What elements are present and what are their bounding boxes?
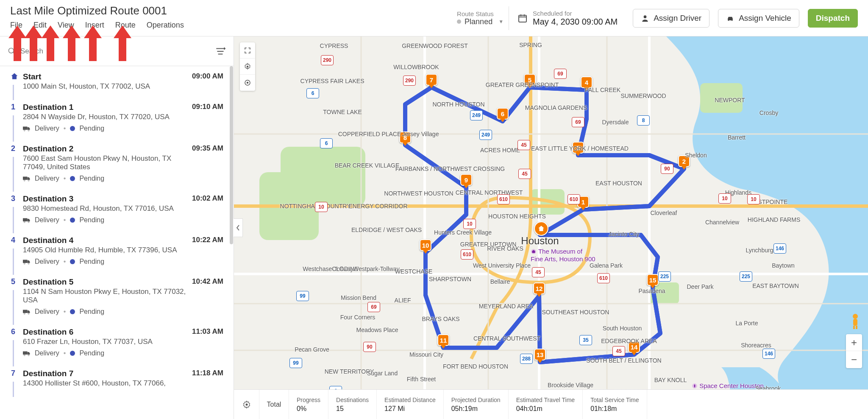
marker-9[interactable]: 9 xyxy=(460,174,472,187)
stops-list[interactable]: Start1000 Main St, Houston, TX 77002, US… xyxy=(0,66,234,419)
sort-icon[interactable] xyxy=(215,46,226,57)
stop-address: 14905 Old Humble Rd, Humble, TX 77396, U… xyxy=(23,246,192,254)
annotation-arrow-4 xyxy=(84,25,102,61)
marker-4[interactable]: 4 xyxy=(581,76,593,90)
stop-item[interactable]: Start1000 Main St, Houston, TX 77002, US… xyxy=(0,66,234,97)
marker-12[interactable]: 12 xyxy=(533,282,545,296)
stats-settings-button[interactable] xyxy=(234,390,259,419)
stat-value: 04h:01m xyxy=(516,405,575,413)
stop-index: 6 xyxy=(11,327,15,336)
stop-item[interactable]: 2Destination 27600 East Sam Houston Pkwy… xyxy=(0,138,234,188)
map-location-button[interactable] xyxy=(240,75,255,91)
marker-label: 15 xyxy=(647,274,659,286)
marker-2[interactable]: 2 xyxy=(678,155,690,169)
marker-13[interactable]: 13 xyxy=(534,349,546,362)
stop-item[interactable]: 6Destination 6610 Frazer Ln, Houston, TX… xyxy=(0,321,234,363)
zoom-in-button[interactable]: + xyxy=(846,334,862,351)
marker-14[interactable]: 14 xyxy=(628,341,640,355)
annotation-arrow-0 xyxy=(8,25,26,61)
stop-type: Delivery xyxy=(35,175,59,182)
stop-title: Destination 1 xyxy=(23,103,192,112)
svg-point-1 xyxy=(644,15,647,18)
status-dot-icon xyxy=(70,218,75,223)
svg-point-9 xyxy=(24,180,25,181)
stat-label: Projected Duration xyxy=(451,397,501,403)
marker-label: 8 xyxy=(399,131,411,143)
marker-home[interactable] xyxy=(534,221,546,235)
svg-rect-17 xyxy=(23,310,28,313)
menu-operations[interactable]: Operations xyxy=(147,21,184,30)
stop-address: 1104 N Sam Houston Pkwy E, Houston, TX 7… xyxy=(23,288,192,304)
stop-status: Pending xyxy=(79,175,104,182)
marker-6[interactable]: 6 xyxy=(497,108,509,121)
dispatch-button[interactable]: Dispatch xyxy=(808,9,858,28)
chevron-down-icon: ▼ xyxy=(498,19,504,25)
marker-15[interactable]: 15 xyxy=(647,274,659,288)
sidebar: Start1000 Main St, Houston, TX 77002, US… xyxy=(0,36,234,419)
timeline-line xyxy=(13,382,14,397)
stat-value: 15 xyxy=(336,405,369,413)
svg-point-6 xyxy=(24,130,25,131)
scheduled-block[interactable]: Scheduled for May 4, 2030 09:00 AM xyxy=(517,10,624,27)
marker-3[interactable]: 3 xyxy=(572,142,584,155)
svg-point-18 xyxy=(24,313,25,314)
svg-rect-36 xyxy=(853,326,855,329)
svg-point-31 xyxy=(247,65,249,67)
stop-address: 9830 Homestead Rd, Houston, TX 77016, US… xyxy=(23,204,192,213)
stop-item[interactable]: 3Destination 39830 Homestead Rd, Houston… xyxy=(0,188,234,230)
sidebar-collapse-button[interactable] xyxy=(234,218,243,237)
fullscreen-button[interactable] xyxy=(240,42,255,59)
map[interactable]: Houston The Museum of Fine Arts, Houston… xyxy=(234,36,868,419)
svg-rect-14 xyxy=(23,260,28,263)
stop-index: 3 xyxy=(11,194,15,203)
chevron-left-icon xyxy=(236,224,240,231)
map-background xyxy=(234,36,868,419)
marker-label: 7 xyxy=(426,74,437,86)
stop-title: Destination 4 xyxy=(23,236,192,245)
status-dot-icon xyxy=(70,259,75,264)
truck-icon xyxy=(23,176,31,182)
stop-type: Delivery xyxy=(35,258,59,265)
assign-driver-button[interactable]: Assign Driver xyxy=(633,9,709,28)
calendar-icon xyxy=(517,13,528,23)
marker-7[interactable]: 7 xyxy=(426,74,437,87)
svg-point-16 xyxy=(28,263,29,264)
stop-item[interactable]: 4Destination 414905 Old Humble Rd, Humbl… xyxy=(0,230,234,271)
zoom-controls: + − xyxy=(846,334,862,368)
stop-status: Pending xyxy=(79,125,104,132)
marker-label: 1 xyxy=(577,196,589,208)
stop-time: 11:18 AM xyxy=(192,369,226,377)
marker-8[interactable]: 8 xyxy=(399,131,411,145)
stop-item[interactable]: 5Destination 51104 N Sam Houston Pkwy E,… xyxy=(0,271,234,321)
svg-point-15 xyxy=(24,263,25,264)
pegman-icon[interactable] xyxy=(848,313,863,330)
zoom-out-button[interactable]: − xyxy=(846,351,862,368)
route-status-block[interactable]: Route Status Planned ▼ xyxy=(457,6,509,30)
stop-meta: Delivery•Pending xyxy=(23,125,226,132)
marker-label: 11 xyxy=(437,334,449,346)
stop-item[interactable]: 7Destination 714300 Hollister St #600, H… xyxy=(0,363,234,394)
marker-5[interactable]: 5 xyxy=(524,74,536,87)
truck-icon xyxy=(23,259,31,265)
stop-meta: Delivery•Pending xyxy=(23,308,226,316)
dispatch-label: Dispatch xyxy=(816,14,850,23)
marker-label: 4 xyxy=(581,76,593,88)
stop-type: Delivery xyxy=(35,125,59,132)
svg-point-38 xyxy=(245,403,248,405)
dot-separator: • xyxy=(64,216,66,224)
timeline-line xyxy=(13,115,14,142)
home-icon xyxy=(10,72,19,81)
map-settings-button[interactable] xyxy=(240,59,255,75)
stop-item[interactable]: 1Destination 12804 N Wayside Dr, Houston… xyxy=(0,97,234,138)
marker-1[interactable]: 1 xyxy=(577,196,589,210)
marker-label: 3 xyxy=(572,142,584,154)
stat-col: Destinations15 xyxy=(328,390,377,419)
assign-vehicle-label: Assign Vehicle xyxy=(739,14,791,23)
svg-rect-11 xyxy=(23,218,28,222)
route-status-value: Planned ▼ xyxy=(457,17,504,26)
assign-vehicle-button[interactable]: Assign Vehicle xyxy=(718,9,799,28)
truck-icon xyxy=(23,350,31,356)
marker-10[interactable]: 10 xyxy=(420,239,431,253)
marker-11[interactable]: 11 xyxy=(437,334,449,348)
stat-value: 0% xyxy=(297,405,320,413)
